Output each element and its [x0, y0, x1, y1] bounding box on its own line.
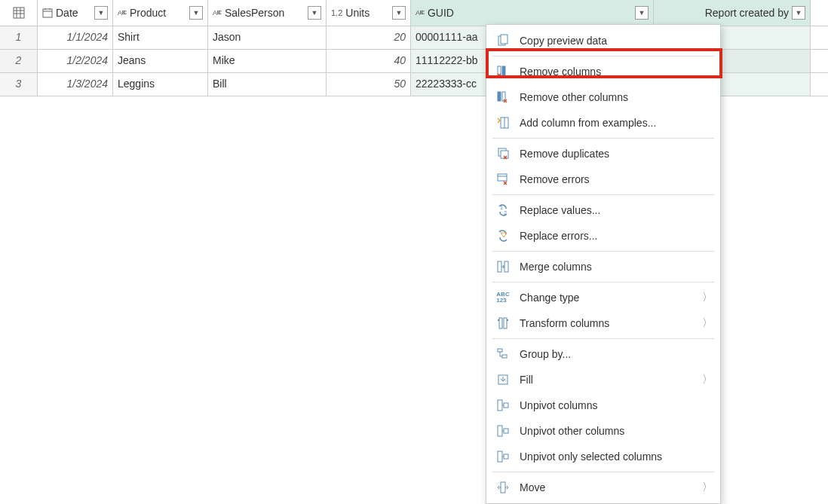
column-header-product[interactable]: ABC Product ▼ [113, 0, 208, 26]
corner-cell[interactable] [0, 0, 38, 26]
menu-group-by[interactable]: Group by... [486, 341, 720, 367]
fill-icon [494, 371, 512, 389]
menu-add-column-from-examples[interactable]: Add column from examples... [486, 110, 720, 136]
cell-units[interactable]: 40 [327, 50, 411, 72]
row-number[interactable]: 3 [0, 73, 38, 96]
menu-unpivot-other-columns[interactable]: Unpivot other columns [486, 418, 720, 444]
number-type-icon: 1.2 [331, 8, 342, 17]
menu-fill[interactable]: Fill 〉 [486, 367, 720, 393]
menu-label: Fill [520, 374, 702, 386]
svg-rect-36 [501, 482, 505, 493]
filter-dropdown-button[interactable]: ▼ [792, 6, 805, 20]
text-type-icon: ABC [118, 10, 127, 16]
chevron-right-icon: 〉 [702, 481, 713, 494]
column-header-salesperson[interactable]: ABC SalesPerson ▼ [208, 0, 327, 26]
svg-rect-23 [498, 261, 501, 272]
column-label: Report created by [658, 7, 789, 19]
context-menu: Copy preview data Remove columns Remove … [486, 24, 721, 504]
remove-other-columns-icon [494, 88, 512, 106]
menu-label: Group by... [520, 348, 713, 360]
menu-merge-columns[interactable]: Merge columns [486, 254, 720, 279]
filter-dropdown-button[interactable]: ▼ [635, 6, 649, 20]
menu-separator [492, 251, 714, 252]
remove-columns-icon [494, 63, 512, 81]
cell-date[interactable]: 1/1/2024 [38, 26, 113, 49]
row-number[interactable]: 1 [0, 26, 38, 49]
menu-label: Move [520, 481, 702, 493]
move-icon [494, 478, 512, 496]
svg-rect-33 [504, 429, 508, 433]
menu-remove-other-columns[interactable]: Remove other columns [486, 84, 720, 110]
svg-rect-34 [498, 451, 502, 462]
column-label: SalesPerson [225, 7, 305, 19]
column-label: Units [345, 7, 389, 19]
table-icon [12, 6, 26, 20]
menu-unpivot-columns[interactable]: Unpivot columns [486, 393, 720, 418]
menu-label: Unpivot only selected columns [520, 451, 713, 463]
cell-units[interactable]: 20 [327, 26, 411, 49]
column-header-reportby[interactable]: Report created by ▼ [654, 0, 811, 26]
menu-transform-columns[interactable]: Transform columns 〉 [486, 310, 720, 336]
menu-separator [492, 138, 714, 139]
filter-dropdown-button[interactable]: ▼ [308, 6, 321, 20]
menu-replace-values[interactable]: 12 Replace values... [486, 197, 720, 223]
column-header-date[interactable]: Date ▼ [38, 0, 113, 26]
column-label: Product [130, 7, 186, 19]
svg-rect-10 [501, 35, 508, 44]
menu-remove-errors[interactable]: Remove errors [486, 166, 720, 192]
menu-label: Remove duplicates [520, 148, 713, 160]
remove-errors-icon [494, 170, 512, 188]
cell-product[interactable]: Leggins [113, 73, 208, 96]
column-header-guid[interactable]: ABC GUID ▼ [411, 0, 654, 26]
svg-rect-31 [504, 403, 508, 408]
filter-dropdown-button[interactable]: ▼ [189, 6, 203, 20]
unpivot-other-icon [494, 422, 512, 440]
svg-text:1: 1 [500, 205, 503, 210]
menu-label: Unpivot columns [520, 399, 713, 411]
svg-rect-28 [502, 355, 507, 358]
cell-salesperson[interactable]: Bill [208, 73, 327, 96]
filter-dropdown-button[interactable]: ▼ [392, 6, 406, 20]
menu-label: Copy preview data [520, 35, 713, 47]
chevron-right-icon: 〉 [702, 373, 713, 386]
filter-dropdown-button[interactable]: ▼ [94, 6, 108, 20]
menu-replace-errors[interactable]: Replace errors... [486, 223, 720, 249]
remove-duplicates-icon [494, 145, 512, 163]
menu-remove-duplicates[interactable]: Remove duplicates [486, 141, 720, 166]
cell-date[interactable]: 1/3/2024 [38, 73, 113, 96]
menu-remove-columns[interactable]: Remove columns [486, 59, 720, 84]
menu-separator [492, 194, 714, 195]
merge-columns-icon [494, 258, 512, 276]
add-column-icon [494, 114, 512, 132]
text-type-icon: ABC [416, 10, 425, 16]
unpivot-icon [494, 396, 512, 414]
column-header-units[interactable]: 1.2 Units ▼ [327, 0, 411, 26]
menu-label: Transform columns [520, 317, 702, 329]
menu-label: Add column from examples... [520, 117, 713, 129]
cell-units[interactable]: 50 [327, 73, 411, 96]
svg-rect-27 [498, 349, 502, 352]
text-type-icon: ABC [213, 10, 222, 16]
cell-product[interactable]: Jeans [113, 50, 208, 72]
row-number[interactable]: 2 [0, 50, 38, 72]
cell-salesperson[interactable]: Mike [208, 50, 327, 72]
chevron-right-icon: 〉 [702, 291, 713, 304]
cell-date[interactable]: 1/2/2024 [38, 50, 113, 72]
column-header-row: Date ▼ ABC Product ▼ ABC SalesPerson ▼ 1… [0, 0, 828, 26]
menu-label: Unpivot other columns [520, 425, 713, 437]
svg-text:2: 2 [504, 210, 507, 215]
menu-label: Replace errors... [520, 230, 713, 242]
svg-rect-12 [502, 66, 505, 75]
menu-label: Remove errors [520, 173, 713, 185]
cell-salesperson[interactable]: Jason [208, 26, 327, 49]
menu-label: Remove other columns [520, 91, 713, 103]
menu-change-type[interactable]: ABC 123 Change type 〉 [486, 285, 720, 310]
svg-rect-19 [498, 174, 507, 181]
svg-rect-13 [498, 92, 501, 101]
menu-move[interactable]: Move 〉 [486, 475, 720, 500]
menu-unpivot-only-selected[interactable]: Unpivot only selected columns [486, 444, 720, 469]
menu-copy-preview-data[interactable]: Copy preview data [486, 28, 720, 53]
cell-product[interactable]: Shirt [113, 26, 208, 49]
chevron-right-icon: 〉 [702, 316, 713, 330]
menu-separator [492, 56, 714, 57]
